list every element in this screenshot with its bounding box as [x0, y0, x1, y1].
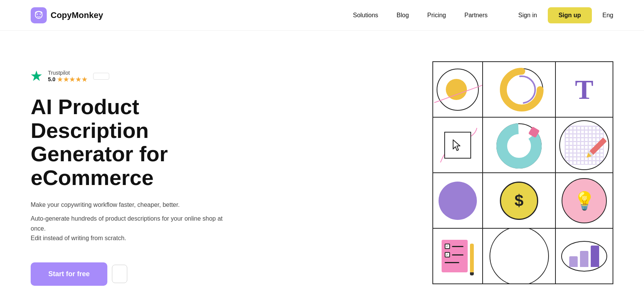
hero-subtitle-2a: Auto-generate hundreds of product descri… [31, 215, 223, 232]
nav-partners[interactable]: Partners [464, 12, 487, 19]
svg-marker-8 [453, 140, 460, 151]
illustration-cell-11 [483, 228, 555, 284]
chart-circle [561, 241, 607, 272]
pencil-tip [470, 272, 474, 275]
t-letter-icon: T [575, 76, 593, 103]
illustration-cell-1 [433, 62, 483, 117]
pencil-yellow [470, 244, 474, 272]
star-2: ★ [63, 76, 69, 83]
illustration-cell-4 [433, 117, 483, 173]
nav-blog[interactable]: Blog [397, 12, 409, 19]
logo-text: CopyMonkey [51, 10, 103, 20]
illustration-cell-9: 💡 [555, 173, 613, 228]
cta-secondary-box[interactable] [112, 265, 127, 283]
trustpilot-star-icon: ★ [31, 69, 42, 84]
trustpilot-label: Trustpilot [48, 70, 87, 76]
yellow-arc-svg [489, 65, 549, 115]
logo-icon [31, 7, 47, 23]
header-actions: Sign in Sign up Eng [518, 7, 613, 23]
main-nav: Solutions Blog Pricing Partners [353, 12, 488, 19]
start-for-free-button[interactable]: Start for free [31, 262, 107, 286]
cta-area: Start for free [31, 262, 230, 286]
illustration-cell-8: $ [483, 173, 555, 228]
doc-area: ✓ ✓ [442, 240, 474, 272]
teal-donut-svg [485, 118, 554, 172]
illustration-cell-5 [483, 117, 555, 173]
star-5: ★ [82, 76, 87, 83]
doc-line-3 [445, 262, 459, 263]
svg-point-7 [508, 76, 535, 103]
trustpilot-rating: 5.0 ★ ★ ★ ★ ★ [48, 76, 87, 83]
hero-title: AI Product Description Generator for eCo… [31, 95, 230, 189]
bar-chart [569, 241, 599, 267]
bar-2 [580, 251, 588, 267]
cell-12-content [561, 241, 607, 272]
hero-subtitle-2: Auto-generate hundreds of product descri… [31, 214, 230, 243]
svg-point-0 [35, 11, 42, 18]
star-3: ★ [69, 76, 75, 83]
cell-1-circle [437, 69, 479, 111]
illustration-cell-10: ✓ ✓ [433, 228, 483, 284]
hero-illustration: T [230, 54, 613, 284]
bar-1 [569, 256, 578, 267]
doc-check-row-2: ✓ [445, 252, 465, 257]
trustpilot-info: Trustpilot 5.0 ★ ★ ★ ★ ★ [48, 70, 87, 83]
trustpilot-score: 5.0 [48, 76, 55, 82]
doc-paper: ✓ ✓ [442, 240, 468, 272]
bulb-circle: 💡 [562, 178, 607, 223]
arrow-box [444, 132, 471, 159]
purple-circle [439, 182, 477, 220]
hero-content: ★ Trustpilot 5.0 ★ ★ ★ ★ ★ AI Product De… [31, 54, 230, 286]
sign-in-button[interactable]: Sign in [518, 12, 537, 19]
illustration-cell-12 [555, 228, 613, 284]
language-button[interactable]: Eng [603, 12, 613, 19]
checkbox-2: ✓ [445, 252, 450, 257]
cell-6-circle [559, 120, 609, 170]
cursor-arrow-icon [451, 138, 465, 152]
checkbox-1: ✓ [445, 244, 450, 249]
illustration-cell-6 [555, 117, 613, 173]
illustration-grid: T [432, 61, 613, 284]
star-1: ★ [57, 76, 62, 83]
hero-subtitle-1: Make your copywriting workflow faster, c… [31, 200, 230, 210]
doc-check-row-1: ✓ [445, 244, 465, 249]
trustpilot-logo-box [93, 73, 109, 80]
hero-subtitle-3: Edit instead of writing from scratch. [31, 235, 126, 241]
hero-section: ★ Trustpilot 5.0 ★ ★ ★ ★ ★ AI Product De… [0, 31, 644, 303]
illustration-cell-2 [483, 62, 555, 117]
doc-line-1 [452, 246, 463, 247]
sign-up-button[interactable]: Sign up [548, 7, 592, 23]
logo-area[interactable]: CopyMonkey [31, 7, 103, 23]
svg-point-2 [40, 13, 41, 15]
svg-point-1 [37, 13, 38, 15]
nav-pricing[interactable]: Pricing [427, 12, 446, 19]
nav-solutions[interactable]: Solutions [353, 12, 378, 19]
illustration-cell-7 [433, 173, 483, 228]
trustpilot-row: ★ Trustpilot 5.0 ★ ★ ★ ★ ★ [31, 69, 230, 84]
doc-line-2 [452, 254, 463, 256]
dollar-coin: $ [500, 182, 538, 220]
stars: ★ ★ ★ ★ ★ [57, 76, 87, 83]
empty-circle [490, 228, 549, 284]
cell-4-inner [437, 124, 479, 166]
star-4: ★ [76, 76, 81, 83]
bar-3 [591, 246, 599, 267]
illustration-cell-3: T [555, 62, 613, 117]
